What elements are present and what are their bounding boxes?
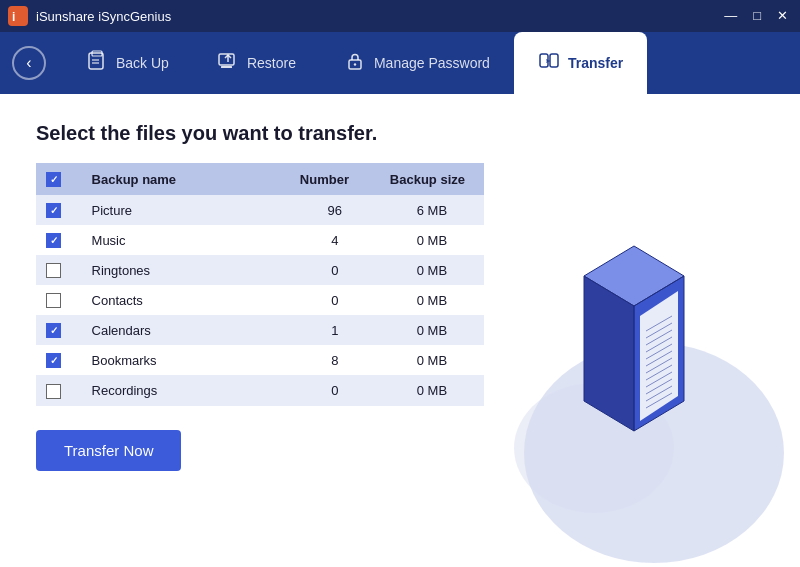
nav-bar: ‹ Back Up Restor [0,32,800,94]
title-bar: i iSunshare iSyncGenius — □ ✕ [0,0,800,32]
row-checkbox-cell [36,225,82,255]
checkbox-picture[interactable] [46,203,61,218]
maximize-button[interactable]: □ [749,6,765,26]
row-name: Picture [82,195,290,225]
row-size: 6 MB [380,195,484,225]
row-number: 4 [290,225,380,255]
tab-manage-password[interactable]: Manage Password [320,32,514,94]
svg-rect-7 [221,66,232,68]
row-checkbox-cell [36,315,82,345]
col-size-header: Backup size [380,163,484,195]
row-number: 0 [290,255,380,285]
restore-icon [217,50,239,77]
checkbox-recordings[interactable] [46,384,61,399]
lock-icon [344,50,366,77]
nav-tabs: Back Up Restore Manage Pa [62,32,788,94]
table-row: Music40 MB [36,225,484,255]
checkbox-ringtones[interactable] [46,263,61,278]
tab-transfer[interactable]: Transfer [514,32,647,94]
col-backup-name-header: Backup name [82,163,290,195]
table-row: Contacts00 MB [36,285,484,315]
backup-icon [86,50,108,77]
col-number-header: Number [290,163,380,195]
checkbox-calendars[interactable] [46,323,61,338]
row-number: 0 [290,285,380,315]
row-name: Music [82,225,290,255]
table-header-row: Backup name Number Backup size [36,163,484,195]
phone-svg [544,216,724,446]
app-title: iSunshare iSyncGenius [36,9,720,24]
close-button[interactable]: ✕ [773,6,792,26]
row-size: 0 MB [380,285,484,315]
tab-restore[interactable]: Restore [193,32,320,94]
row-name: Recordings [82,375,290,405]
row-checkbox-cell [36,345,82,375]
left-panel: Select the files you want to transfer. B… [36,122,484,543]
minimize-button[interactable]: — [720,6,741,26]
main-content: Select the files you want to transfer. B… [0,94,800,567]
row-number: 0 [290,375,380,405]
transfer-now-button[interactable]: Transfer Now [36,430,181,471]
row-checkbox-cell [36,255,82,285]
select-all-checkbox[interactable] [46,172,61,187]
back-button[interactable]: ‹ [12,46,46,80]
tab-backup-label: Back Up [116,55,169,71]
tab-backup[interactable]: Back Up [62,32,193,94]
tab-transfer-label: Transfer [568,55,623,71]
tab-restore-label: Restore [247,55,296,71]
svg-rect-0 [8,6,28,26]
row-checkbox-cell [36,375,82,405]
row-name: Bookmarks [82,345,290,375]
row-name: Contacts [82,285,290,315]
svg-text:i: i [12,10,15,24]
row-name: Calendars [82,315,290,345]
row-checkbox-cell [36,285,82,315]
right-panel [504,122,764,543]
file-table: Backup name Number Backup size Picture96… [36,163,484,406]
row-size: 0 MB [380,375,484,405]
svg-point-10 [354,63,356,65]
table-row: Picture966 MB [36,195,484,225]
page-title: Select the files you want to transfer. [36,122,484,145]
row-number: 8 [290,345,380,375]
table-row: Recordings00 MB [36,375,484,405]
phone-illustration [544,216,724,450]
checkbox-contacts[interactable] [46,293,61,308]
file-table-body: Picture966 MBMusic40 MBRingtones00 MBCon… [36,195,484,405]
row-size: 0 MB [380,315,484,345]
transfer-icon [538,50,560,77]
row-checkbox-cell [36,195,82,225]
row-size: 0 MB [380,255,484,285]
row-number: 96 [290,195,380,225]
window-controls[interactable]: — □ ✕ [720,6,792,26]
row-name: Ringtones [82,255,290,285]
row-size: 0 MB [380,225,484,255]
row-size: 0 MB [380,345,484,375]
checkbox-music[interactable] [46,233,61,248]
table-row: Calendars10 MB [36,315,484,345]
table-row: Ringtones00 MB [36,255,484,285]
col-checkbox [36,163,82,195]
tab-manage-password-label: Manage Password [374,55,490,71]
app-logo: i [8,6,28,26]
checkbox-bookmarks[interactable] [46,353,61,368]
table-row: Bookmarks80 MB [36,345,484,375]
svg-rect-12 [550,54,558,67]
row-number: 1 [290,315,380,345]
